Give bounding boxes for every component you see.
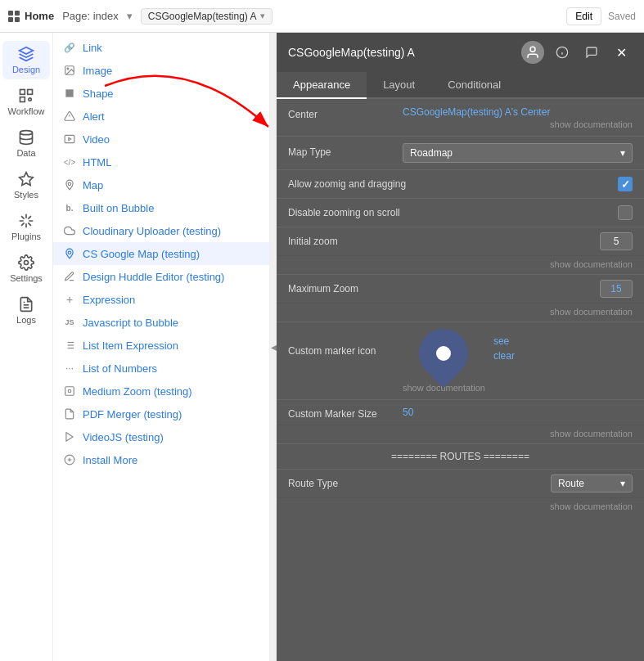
- listnumbers-icon: ···: [63, 362, 76, 375]
- avatar-button[interactable]: [521, 41, 544, 64]
- maptype-value: Roadmap: [410, 147, 453, 159]
- sidebar-item-workflow[interactable]: Workflow: [2, 83, 50, 121]
- marker-size-value[interactable]: 50: [403, 407, 413, 418]
- element-installmore[interactable]: Install More: [53, 448, 269, 471]
- route-type-label: Route Type: [288, 478, 543, 489]
- svg-point-14: [68, 182, 71, 186]
- element-selector[interactable]: CSGoogleMap(testing) A ▾: [141, 8, 272, 25]
- panel-tabs: Appearance Layout Conditional: [277, 72, 644, 99]
- element-pdfmerger-label: PDF Merger (testing): [83, 408, 182, 420]
- panel-content: Center CSGoogleMap(testing) A's Center s…: [277, 99, 644, 661]
- close-button[interactable]: ✕: [610, 41, 633, 64]
- marker-see-link[interactable]: see: [493, 335, 515, 347]
- sidebar-item-styles[interactable]: Styles: [2, 166, 50, 205]
- edit-button[interactable]: Edit: [566, 7, 601, 25]
- html-icon: </>: [63, 155, 76, 169]
- videojs-icon: [63, 430, 76, 443]
- initial-zoom-label: Initial zoom: [288, 236, 592, 247]
- element-shape[interactable]: Shape: [53, 82, 269, 105]
- element-cloudinary[interactable]: Cloudinary Uploader (testing): [53, 219, 269, 242]
- scroll-indicator[interactable]: ◀: [270, 33, 277, 661]
- element-list: 🔗 Link Image Shape Alert Video: [53, 33, 270, 661]
- designhuddle-icon: [63, 270, 76, 283]
- marker-preview-dot: [436, 346, 451, 361]
- home-button[interactable]: Home: [8, 10, 54, 22]
- max-zoom-doc-row: show documentation: [277, 304, 644, 322]
- maptype-field-row: Map Type Roadmap ▾: [277, 137, 644, 170]
- maptype-select[interactable]: Roadmap ▾: [403, 143, 633, 163]
- workflow-label: Workflow: [7, 106, 44, 116]
- svg-rect-22: [65, 387, 74, 396]
- marker-size-doc[interactable]: show documentation: [288, 429, 633, 438]
- element-expression[interactable]: + Expression: [53, 288, 269, 311]
- avatar-icon: [525, 45, 540, 60]
- center-doc[interactable]: show documentation: [403, 119, 633, 129]
- max-zoom-doc[interactable]: show documentation: [288, 307, 633, 317]
- sidebar-item-logs[interactable]: Logs: [2, 291, 50, 330]
- svg-point-3: [20, 131, 33, 135]
- right-panel: CSGoogleMap(testing) A: [277, 33, 644, 661]
- element-pdfmerger[interactable]: PDF Merger (testing): [53, 402, 269, 425]
- element-mediumzoom[interactable]: Medium Zoom (testing): [53, 380, 269, 402]
- styles-label: Styles: [14, 190, 38, 200]
- element-video-label: Video: [83, 133, 110, 146]
- zoom-scroll-checkbox[interactable]: [618, 205, 633, 220]
- element-javascript[interactable]: JS Javascript to Bubble: [53, 311, 269, 334]
- settings-label: Settings: [10, 273, 43, 283]
- sidebar-item-plugins[interactable]: Plugins: [2, 208, 50, 246]
- initial-zoom-doc[interactable]: show documentation: [288, 259, 633, 269]
- marker-clear-link[interactable]: clear: [493, 350, 515, 362]
- sidebar-item-settings[interactable]: Settings: [2, 250, 50, 288]
- saved-label: Saved: [608, 11, 636, 22]
- element-label: CSGoogleMap(testing) A: [148, 11, 257, 22]
- maptype-value-container: Roadmap ▾: [403, 143, 633, 163]
- comment-button[interactable]: [580, 41, 603, 64]
- element-designhuddle[interactable]: Design Huddle Editor (testing): [53, 265, 269, 288]
- page-dropdown-icon[interactable]: ▾: [127, 10, 133, 22]
- element-dropdown-icon: ▾: [260, 11, 265, 21]
- design-label: Design: [12, 65, 40, 74]
- marker-size-label: Custom Marker Size: [288, 405, 394, 420]
- route-type-select[interactable]: Route ▾: [551, 474, 633, 492]
- element-link[interactable]: 🔗 Link: [53, 36, 269, 59]
- comment-icon: [585, 46, 598, 59]
- svg-point-23: [68, 389, 71, 393]
- builtonbubble-icon: b.: [63, 201, 76, 214]
- expression-icon: +: [63, 293, 76, 306]
- javascript-icon: JS: [63, 316, 76, 329]
- tab-appearance[interactable]: Appearance: [277, 72, 367, 99]
- element-map[interactable]: Map: [53, 173, 269, 196]
- marker-icon-row: Custom marker icon show documentation se…: [277, 322, 644, 400]
- svg-rect-0: [20, 90, 25, 95]
- element-builtonbubble[interactable]: b. Built on Bubble: [53, 196, 269, 219]
- element-image[interactable]: Image: [53, 59, 269, 82]
- zoom-scroll-row: Disable zooming on scroll: [277, 199, 644, 227]
- element-listitem[interactable]: List Item Expression: [53, 334, 269, 357]
- element-csgooglemap[interactable]: CS Google Map (testing): [53, 242, 269, 265]
- close-icon: ✕: [616, 45, 627, 61]
- tab-conditional[interactable]: Conditional: [431, 72, 517, 99]
- route-type-row: Route Type Route ▾: [277, 470, 644, 498]
- svg-rect-1: [28, 90, 33, 95]
- element-listnumbers[interactable]: ··· List of Numbers: [53, 357, 269, 380]
- route-doc[interactable]: show documentation: [288, 501, 633, 511]
- max-zoom-value[interactable]: 15: [600, 280, 633, 298]
- element-video[interactable]: Video: [53, 128, 269, 151]
- svg-point-29: [530, 47, 535, 52]
- alert-icon: [63, 110, 76, 123]
- tab-layout[interactable]: Layout: [367, 72, 431, 99]
- zoom-drag-checkbox[interactable]: ✓: [618, 177, 633, 191]
- sidebar-item-design[interactable]: Design: [2, 41, 50, 79]
- initial-zoom-value[interactable]: 5: [600, 232, 633, 250]
- element-html[interactable]: </> HTML: [53, 151, 269, 173]
- map-icon: [63, 178, 76, 191]
- svg-rect-12: [65, 135, 74, 142]
- marker-icon-label: Custom marker icon: [288, 329, 394, 357]
- element-alert[interactable]: Alert: [53, 105, 269, 128]
- data-icon: [18, 129, 34, 146]
- center-value[interactable]: CSGoogleMap(testing) A's Center: [403, 106, 550, 118]
- logs-label: Logs: [16, 315, 36, 325]
- sidebar-item-data[interactable]: Data: [2, 124, 50, 163]
- element-videojs[interactable]: VideoJS (testing): [53, 425, 269, 448]
- info-button[interactable]: [551, 41, 574, 64]
